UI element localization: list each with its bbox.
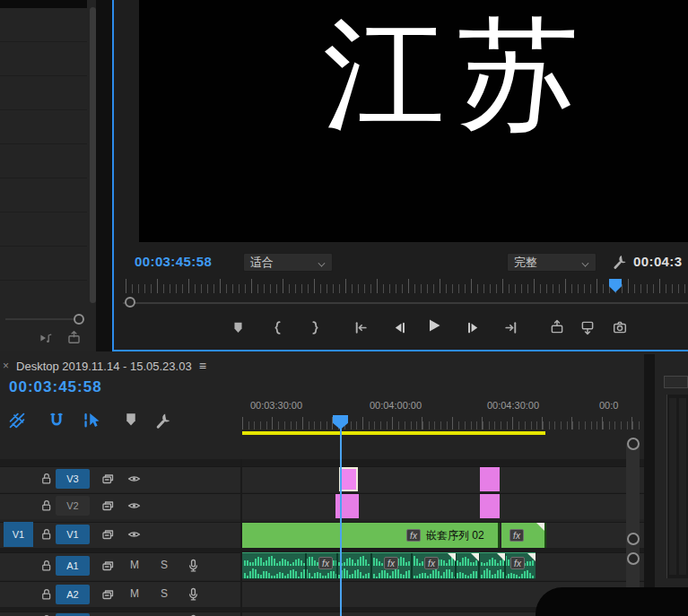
- work-area-bar[interactable]: [242, 431, 545, 435]
- voiceover-mic-icon[interactable]: [186, 558, 201, 573]
- scroll-resize-handle[interactable]: [627, 438, 640, 450]
- meter-channel-left: [669, 398, 676, 575]
- snap-magnet-icon[interactable]: [47, 411, 66, 430]
- sync-lock-icon[interactable]: [100, 559, 115, 573]
- mute-button[interactable]: M: [130, 559, 139, 571]
- timeline-current-timecode[interactable]: 00:03:45:58: [9, 378, 102, 396]
- fx-badge: fx: [424, 557, 439, 569]
- left-side-panel: [0, 0, 99, 351]
- mark-in-button[interactable]: [266, 317, 288, 337]
- track-lock-icon[interactable]: [39, 527, 53, 541]
- meter-channel-right: [679, 398, 686, 575]
- playback-resolution-value: 完整: [514, 255, 537, 271]
- panel-menu-icon[interactable]: ≡: [199, 359, 206, 373]
- export-icon[interactable]: [66, 330, 82, 345]
- monitor-zoom-handle[interactable]: [125, 297, 135, 308]
- program-video-display: 江苏: [139, 0, 688, 242]
- scroll-resize-handle[interactable]: [627, 552, 640, 565]
- panel-divider: [96, 0, 112, 351]
- monitor-zoom-scrollbar[interactable]: [123, 302, 688, 304]
- go-to-out-button[interactable]: [500, 317, 521, 337]
- drag-audio-only-icon[interactable]: [38, 331, 54, 345]
- add-marker-icon[interactable]: [122, 411, 142, 430]
- voiceover-mic-icon[interactable]: [186, 586, 201, 602]
- tab-close-icon[interactable]: ×: [3, 360, 9, 372]
- video-clip-v3[interactable]: [480, 467, 500, 491]
- export-frame-button[interactable]: [609, 317, 631, 337]
- header-content-divider: [240, 459, 242, 616]
- sync-lock-icon[interactable]: [100, 587, 115, 602]
- track-target-button-v3[interactable]: V3: [56, 469, 90, 489]
- mark-out-button[interactable]: [304, 317, 326, 337]
- fx-badge: fx: [510, 557, 525, 569]
- solo-button[interactable]: S: [161, 559, 168, 571]
- audio-meter-panel: [655, 354, 688, 616]
- track-lock-icon[interactable]: [39, 587, 53, 601]
- zoom-level-dropdown[interactable]: 适合: [243, 253, 333, 272]
- chevron-down-icon: [582, 259, 589, 266]
- video-clip-v2[interactable]: [335, 494, 359, 518]
- focused-panel-border-left: [112, 0, 114, 351]
- sequence-tab-title[interactable]: Desktop 2019.11.14 - 15.05.23.03: [16, 360, 192, 373]
- track-target-button-v1[interactable]: V1: [56, 525, 90, 544]
- fx-badge: fx: [384, 557, 398, 569]
- track-lock-icon[interactable]: [39, 472, 53, 485]
- left-panel-horizontal-scrollbar[interactable]: [5, 318, 84, 320]
- left-panel-zoom-handle[interactable]: [74, 314, 84, 325]
- timeline-ruler-major-ticks: [242, 413, 644, 429]
- scroll-resize-handle[interactable]: [627, 533, 640, 545]
- track-target-button-a2[interactable]: A2: [56, 585, 90, 604]
- nested-sequence-clip[interactable]: fx 嵌套序列 02: [242, 523, 500, 548]
- step-forward-button[interactable]: [462, 317, 483, 337]
- sync-lock-icon[interactable]: [100, 499, 115, 513]
- clip-end-notch: [536, 523, 544, 531]
- monitor-scrubber-ruler-major: [126, 279, 688, 293]
- timeline-settings-wrench-icon[interactable]: [154, 411, 174, 430]
- audio-clip-strip[interactable]: fx fx fx fx: [242, 552, 536, 579]
- solo-button[interactable]: S: [161, 587, 168, 600]
- clip-separator: [411, 553, 413, 578]
- track-visibility-eye-icon[interactable]: [126, 527, 142, 542]
- fx-badge: fx: [509, 529, 524, 542]
- clip-separator: [305, 553, 307, 578]
- source-patch-v1[interactable]: V1: [4, 522, 33, 547]
- lift-button[interactable]: [546, 317, 568, 337]
- sync-lock-icon[interactable]: [100, 527, 115, 542]
- mute-button[interactable]: M: [130, 587, 139, 600]
- ruler-label: 00:0: [599, 400, 618, 411]
- track-header-v1: V1 V1: [0, 522, 240, 548]
- track-visibility-eye-icon[interactable]: [126, 499, 142, 513]
- timeline-tab[interactable]: × Desktop 2019.11.14 - 15.05.23.03 ≡: [0, 354, 644, 377]
- step-back-button[interactable]: [388, 317, 410, 337]
- popup-overlay: [536, 587, 688, 616]
- video-clip-v3-selected[interactable]: [339, 467, 358, 491]
- track-target-button-v2[interactable]: V2: [56, 496, 90, 516]
- video-clip-v2[interactable]: [480, 494, 500, 518]
- zoom-level-value: 适合: [250, 255, 274, 271]
- program-monitor-panel: 江苏 00:03:45:58 适合 完整 00:04:3: [112, 0, 688, 351]
- play-button[interactable]: [423, 316, 445, 335]
- track-target-button-a1[interactable]: A1: [56, 556, 90, 576]
- add-marker-button[interactable]: [227, 317, 248, 337]
- sync-lock-icon[interactable]: [100, 472, 115, 486]
- track-lock-icon[interactable]: [39, 559, 53, 572]
- timeline-playhead-line: [340, 419, 342, 616]
- video-clip-green[interactable]: fx: [501, 523, 546, 548]
- monitor-current-timecode[interactable]: 00:03:45:58: [135, 254, 212, 269]
- linked-selection-icon[interactable]: [83, 411, 102, 430]
- left-panel-top-strip: [0, 0, 87, 8]
- track-area-top-gap: [0, 459, 644, 466]
- playback-resolution-dropdown[interactable]: 完整: [507, 253, 597, 272]
- panel-divider: [644, 354, 655, 616]
- track-lock-icon[interactable]: [39, 499, 53, 512]
- track-header-a2: A2 M S: [0, 581, 240, 607]
- track-header-v2: V2: [0, 493, 240, 518]
- track-visibility-eye-icon[interactable]: [126, 472, 142, 486]
- extract-button[interactable]: [577, 317, 598, 337]
- monitor-end-timecode: 00:04:3: [633, 254, 683, 269]
- go-to-in-button[interactable]: [350, 317, 371, 337]
- left-panel-vertical-scrollbar[interactable]: [90, 7, 96, 303]
- nest-insert-toggle-icon[interactable]: [7, 411, 27, 430]
- ruler-label: 00:03:30:00: [250, 400, 302, 411]
- monitor-settings-wrench-icon[interactable]: [612, 253, 629, 270]
